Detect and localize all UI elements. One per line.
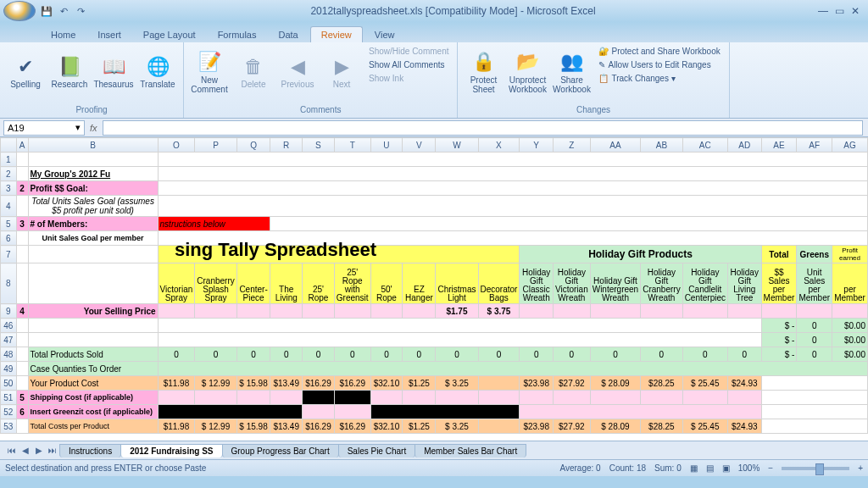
col-header[interactable]: O: [158, 138, 195, 152]
new-comment-button[interactable]: 📝New Comment: [189, 45, 230, 101]
col-header[interactable]: AE: [761, 138, 797, 152]
column-headers: ABOPQRSTUVWXYZAAABACADAEAFAG: [1, 138, 868, 152]
status-average: Average: 0: [559, 463, 600, 473]
undo-icon[interactable]: ↶: [56, 3, 71, 19]
formula-bar[interactable]: [103, 120, 863, 136]
col-header[interactable]: T: [334, 138, 370, 152]
thesaurus-button[interactable]: 📖Thesaurus: [93, 45, 134, 101]
research-button[interactable]: 📗Research: [49, 45, 90, 101]
sheet-tab[interactable]: Member Sales Bar Chart: [415, 444, 526, 458]
tab-home[interactable]: Home: [41, 27, 86, 42]
tab-last-icon[interactable]: ⏭: [46, 446, 59, 455]
formula-bar-row: A19▾ fx: [0, 119, 868, 137]
col-header[interactable]: B: [28, 138, 158, 152]
showink-button[interactable]: Show Ink: [365, 72, 452, 85]
view-break-icon[interactable]: ▣: [722, 463, 730, 473]
select-all-corner[interactable]: [1, 138, 17, 152]
col-header[interactable]: AD: [727, 138, 761, 152]
share-workbook-button[interactable]: 👥Share Workbook: [551, 45, 592, 101]
zoom-out-icon[interactable]: −: [768, 463, 773, 473]
next-icon: ▶: [335, 57, 349, 77]
thesaurus-icon: 📖: [103, 57, 125, 77]
col-header[interactable]: AC: [682, 138, 727, 152]
col-header[interactable]: A: [16, 138, 28, 152]
tab-view[interactable]: View: [364, 27, 405, 42]
tab-next-icon[interactable]: ▶: [32, 446, 46, 455]
group-changes: 🔒Protect Sheet 📂Unprotect Workbook 👥Shar…: [458, 42, 729, 118]
status-count: Count: 18: [609, 463, 646, 473]
previous-button[interactable]: ◀Previous: [277, 45, 318, 101]
save-icon[interactable]: 💾: [39, 3, 54, 19]
zoom-in-icon[interactable]: +: [858, 463, 863, 473]
showall-button[interactable]: Show All Comments: [365, 58, 452, 71]
spelling-button[interactable]: ✔Spelling: [5, 45, 46, 101]
titlebar: 💾 ↶ ↷ 2012tallyspreadsheet.xls [Compatib…: [0, 0, 868, 22]
group-proofing: ✔Spelling 📗Research 📖Thesaurus 🌐Translat…: [0, 42, 184, 118]
unprotect-icon: 📂: [516, 52, 539, 72]
view-normal-icon[interactable]: ▦: [690, 463, 698, 473]
sheet-tab[interactable]: Group Progress Bar Chart: [222, 444, 339, 458]
new-comment-icon: 📝: [198, 52, 221, 72]
quick-access-toolbar: 💾 ↶ ↷: [39, 3, 88, 19]
restore-icon[interactable]: ▭: [835, 5, 844, 17]
col-header[interactable]: V: [403, 138, 436, 152]
status-text: Select destination and press ENTER or ch…: [5, 463, 206, 473]
protect-sheet-button[interactable]: 🔒Protect Sheet: [463, 45, 504, 101]
unprotect-workbook-button[interactable]: 📂Unprotect Workbook: [507, 45, 548, 101]
previous-icon: ◀: [291, 57, 305, 77]
translate-icon: 🌐: [147, 57, 170, 77]
sheet-tab[interactable]: Sales Pie Chart: [338, 444, 415, 458]
tab-insert[interactable]: Insert: [87, 27, 131, 42]
sheet-tab[interactable]: Instructions: [59, 444, 121, 458]
col-header[interactable]: AA: [590, 138, 640, 152]
allow-edit-button[interactable]: ✎ Allow Users to Edit Ranges: [595, 58, 723, 71]
spreadsheet-grid[interactable]: ABOPQRSTUVWXYZAAABACADAEAFAG 1 2My Group…: [0, 137, 868, 441]
ribbon: ✔Spelling 📗Research 📖Thesaurus 🌐Translat…: [0, 42, 868, 119]
col-header[interactable]: W: [436, 138, 478, 152]
tab-formulas[interactable]: Formulas: [208, 27, 267, 42]
tab-review[interactable]: Review: [310, 26, 363, 42]
showhide-button[interactable]: Show/Hide Comment: [365, 45, 452, 58]
name-box[interactable]: A19▾: [3, 120, 85, 136]
tab-first-icon[interactable]: ⏮: [5, 446, 19, 455]
col-header[interactable]: R: [270, 138, 303, 152]
office-button[interactable]: [3, 1, 36, 21]
research-icon: 📗: [58, 57, 81, 77]
protect-share-button[interactable]: 🔐 Protect and Share Workbook: [595, 45, 723, 58]
view-layout-icon[interactable]: ▤: [706, 463, 714, 473]
track-changes-button[interactable]: 📋 Track Changes ▾: [595, 72, 723, 85]
sheet-tab[interactable]: 2012 Fundraising SS: [120, 444, 222, 458]
col-header[interactable]: Y: [520, 138, 554, 152]
col-header[interactable]: P: [195, 138, 236, 152]
translate-button[interactable]: 🌐Translate: [137, 45, 178, 101]
col-header[interactable]: X: [478, 138, 520, 152]
share-icon: 👥: [560, 52, 583, 72]
status-bar: Select destination and press ENTER or ch…: [0, 459, 868, 476]
next-button[interactable]: ▶Next: [321, 45, 362, 101]
minimize-icon[interactable]: —: [818, 5, 828, 17]
col-header[interactable]: U: [370, 138, 403, 152]
col-header[interactable]: AB: [641, 138, 682, 152]
zoom-slider[interactable]: [782, 467, 849, 470]
ribbon-tabs: Home Insert Page Layout Formulas Data Re…: [0, 22, 868, 42]
sheet-tabs: ⏮ ◀ ▶ ⏭ Instructions 2012 Fundraising SS…: [0, 441, 868, 459]
col-header[interactable]: S: [303, 138, 335, 152]
delete-comment-button[interactable]: 🗑Delete: [233, 45, 274, 101]
tab-page-layout[interactable]: Page Layout: [133, 27, 206, 42]
redo-icon[interactable]: ↷: [73, 3, 88, 19]
col-header[interactable]: AF: [797, 138, 832, 152]
chevron-down-icon[interactable]: ▾: [75, 122, 81, 133]
col-header[interactable]: Q: [236, 138, 270, 152]
delete-icon: 🗑: [244, 57, 263, 77]
spelling-icon: ✔: [18, 57, 33, 77]
window-title: 2012tallyspreadsheet.xls [Compatibility …: [88, 5, 818, 17]
cell[interactable]: My Group's 2012 Fu: [28, 167, 158, 181]
col-header[interactable]: Z: [553, 138, 590, 152]
tab-data[interactable]: Data: [268, 27, 308, 42]
close-icon[interactable]: ✕: [851, 5, 860, 17]
zoom-level[interactable]: 100%: [738, 463, 760, 473]
col-header[interactable]: AG: [832, 138, 868, 152]
tab-prev-icon[interactable]: ◀: [19, 446, 32, 455]
status-sum: Sum: 0: [654, 463, 682, 473]
fx-label[interactable]: fx: [85, 123, 103, 133]
